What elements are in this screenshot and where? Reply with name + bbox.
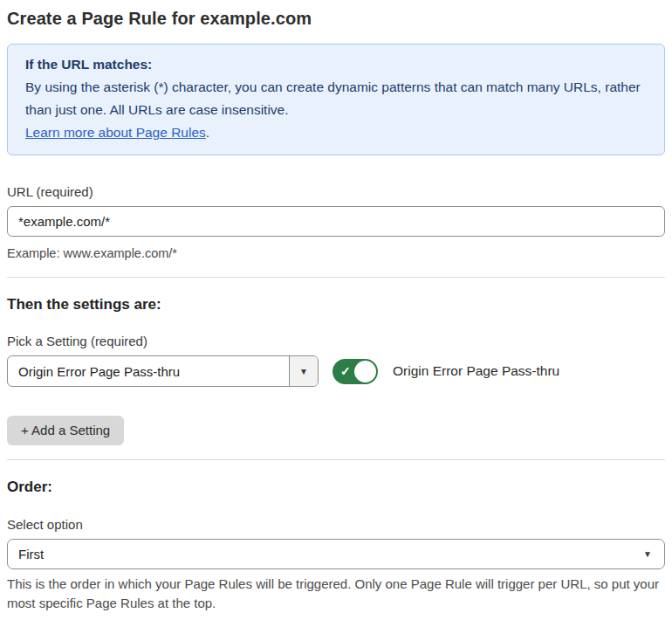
add-setting-button[interactable]: + Add a Setting — [7, 416, 124, 445]
url-example-helper: Example: www.example.com/* — [7, 244, 665, 263]
settings-section-heading: Then the settings are: — [7, 296, 665, 313]
toggle-label: Origin Error Page Pass-thru — [393, 363, 559, 379]
setting-row: Origin Error Page Pass-thru ▼ ✓ Origin E… — [7, 355, 665, 387]
link-suffix: . — [206, 125, 209, 140]
order-section-heading: Order: — [7, 479, 665, 496]
divider — [7, 277, 665, 278]
order-helper-text: This is the order in which your Page Rul… — [7, 575, 663, 613]
info-box-heading: If the URL matches: — [25, 53, 647, 76]
order-select[interactable]: First ▼ — [7, 539, 665, 569]
divider — [7, 459, 665, 460]
toggle-knob — [354, 361, 376, 382]
dropdown-arrow-button[interactable]: ▼ — [289, 356, 318, 386]
url-field-label: URL (required) — [7, 184, 665, 199]
page-title: Create a Page Rule for example.com — [7, 9, 665, 29]
learn-more-link[interactable]: Learn more about Page Rules — [25, 125, 206, 140]
setting-dropdown-value: Origin Error Page Pass-thru — [8, 356, 289, 386]
order-select-value: First — [18, 547, 643, 561]
setting-toggle[interactable]: ✓ — [333, 359, 378, 384]
order-select-label: Select option — [7, 517, 665, 532]
chevron-down-icon: ▼ — [643, 549, 652, 559]
pick-setting-label: Pick a Setting (required) — [7, 334, 665, 348]
url-input[interactable] — [7, 206, 665, 237]
check-icon: ✓ — [340, 365, 351, 377]
chevron-down-icon: ▼ — [299, 367, 308, 376]
info-box-body: By using the asterisk (*) character, you… — [25, 76, 647, 121]
info-box-link-line: Learn more about Page Rules. — [25, 121, 647, 144]
setting-dropdown[interactable]: Origin Error Page Pass-thru ▼ — [7, 355, 319, 387]
url-match-info-box: If the URL matches: By using the asteris… — [7, 44, 665, 155]
